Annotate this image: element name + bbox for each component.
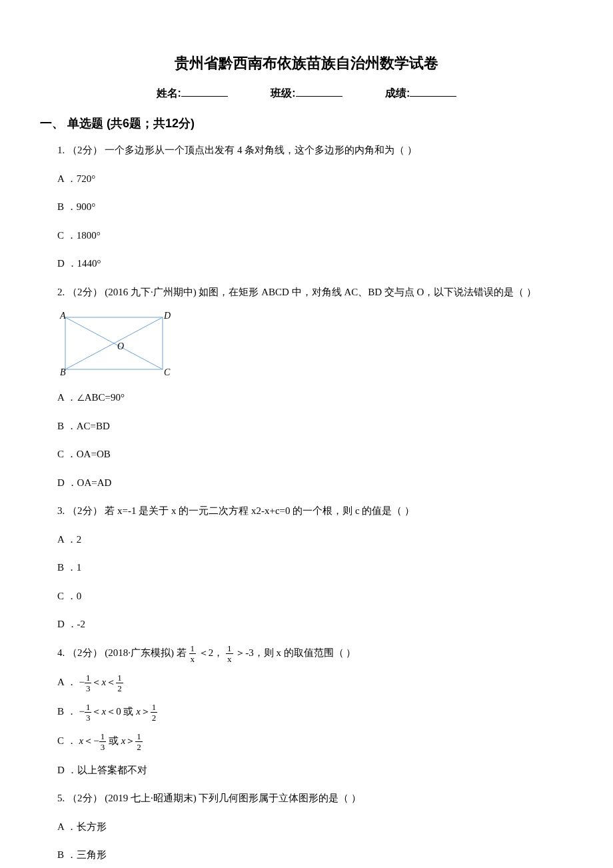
q2-option-d: D ．OA=AD xyxy=(57,473,573,493)
rectangle-abcd-icon: A D B C O xyxy=(57,311,171,377)
page-title: 贵州省黔西南布依族苗族自治州数学试卷 xyxy=(40,53,573,73)
q3-option-c: C ．0 xyxy=(57,587,573,606)
score-blank xyxy=(410,87,456,97)
q4-c-expr2: x＞12 xyxy=(121,735,143,746)
fraction-1-over-x-icon: 1x xyxy=(189,644,197,663)
q1-option-c: C ．1800° xyxy=(57,226,573,245)
name-blank xyxy=(181,87,228,97)
q3-option-a: A ．2 xyxy=(57,530,573,549)
q4-option-d: D ．以上答案都不对 xyxy=(57,761,573,780)
q2-figure: A D B C O xyxy=(57,311,573,380)
q1-option-b: B ．900° xyxy=(57,197,573,217)
class-label: 班级: xyxy=(271,87,295,99)
score-field: 成绩: xyxy=(385,87,456,101)
svg-text:B: B xyxy=(60,367,66,377)
q4-stem-mid: ＜2， xyxy=(199,647,224,658)
q4-stem-post: ＞-3，则 x 的取值范围（ ） xyxy=(235,647,356,658)
q4-b-expr2: x＞12 xyxy=(136,706,157,717)
q4-option-c: C ． x＜−13 或 x＞12 xyxy=(57,731,573,751)
q4-a-expr: −13＜x＜12 xyxy=(79,677,123,687)
q1-option-d: D ．1440° xyxy=(57,254,573,273)
q4-stem-pre: 4. （2分） (2018·广东模拟) 若 xyxy=(57,647,187,658)
svg-text:C: C xyxy=(164,367,171,377)
q2-option-a: A ．∠ABC=90° xyxy=(57,388,573,407)
q3-option-d: D ．-2 xyxy=(57,615,573,634)
q4-b-mid: 或 xyxy=(123,706,136,717)
q4-b-pre: B ． xyxy=(57,706,77,717)
q5-stem: 5. （2分） (2019 七上·昭通期末) 下列几何图形属于立体图形的是（ ） xyxy=(57,789,573,808)
q4-stem: 4. （2分） (2018·广东模拟) 若 1x ＜2， 1x ＞-3，则 x … xyxy=(57,643,573,663)
q3-option-b: B ．1 xyxy=(57,558,573,577)
svg-text:A: A xyxy=(59,311,66,321)
q4-a-pre: A ． xyxy=(57,677,77,687)
q4-b-expr1: −13＜x＜0 xyxy=(79,706,121,717)
q1-option-a: A ．720° xyxy=(57,169,573,189)
q4-c-pre: C ． xyxy=(57,735,77,746)
q5-option-b: B ．三角形 xyxy=(57,845,573,865)
q2-option-b: B ．AC=BD xyxy=(57,417,573,436)
svg-text:D: D xyxy=(163,311,171,321)
class-blank xyxy=(296,87,342,97)
q1-stem: 1. （2分） 一个多边形从一个顶点出发有 4 条对角线，这个多边形的内角和为（… xyxy=(57,141,573,160)
name-label: 姓名: xyxy=(157,87,181,99)
q4-c-mid: 或 xyxy=(109,735,121,746)
q2-stem: 2. （2分） (2016 九下·广州期中) 如图，在矩形 ABCD 中，对角线… xyxy=(57,283,573,302)
svg-text:O: O xyxy=(117,341,124,351)
q5-option-a: A ．长方形 xyxy=(57,817,573,837)
section-1-header: 一、 单选题 (共6题；共12分) xyxy=(40,115,573,131)
q4-option-a: A ． −13＜x＜12 xyxy=(57,673,573,693)
header-fields: 姓名: 班级: 成绩: xyxy=(40,87,573,101)
class-field: 班级: xyxy=(271,87,342,101)
q4-c-expr1: x＜−13 xyxy=(79,735,107,746)
score-label: 成绩: xyxy=(385,87,410,99)
q2-option-c: C ．OA=OB xyxy=(57,445,573,464)
q4-option-b: B ． −13＜x＜0 或 x＞12 xyxy=(57,702,573,722)
q3-stem: 3. （2分） 若 x=-1 是关于 x 的一元二次方程 x2-x+c=0 的一… xyxy=(57,501,573,521)
name-field: 姓名: xyxy=(157,87,228,101)
fraction-1-over-x-icon: 1x xyxy=(226,644,233,663)
